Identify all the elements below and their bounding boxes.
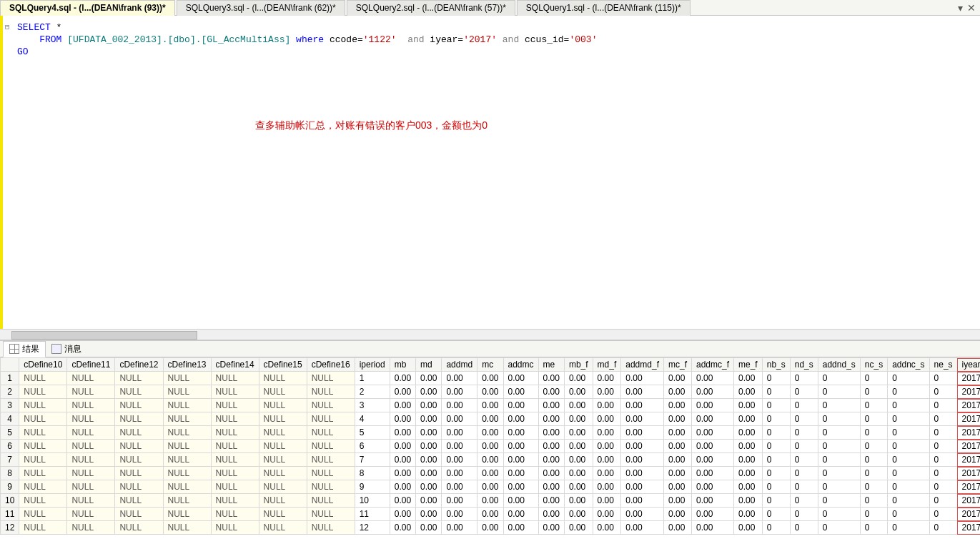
cell[interactable]: 0.00 [663,372,691,385]
cell[interactable]: 0.00 [663,426,691,440]
cell[interactable]: 0 [860,426,887,440]
cell[interactable]: 0 [818,440,860,453]
cell[interactable]: 0.00 [477,412,503,426]
cell[interactable]: 0.00 [390,426,415,440]
cell[interactable]: 0.00 [442,385,477,399]
cell[interactable]: 0.00 [621,440,664,453]
cell[interactable]: NULL [115,426,163,440]
cell[interactable]: 0 [860,508,887,521]
cell[interactable]: NULL [115,385,163,399]
cell[interactable]: 0.00 [593,385,621,399]
table-row[interactable]: 1NULLNULLNULLNULLNULLNULLNULL10.000.000.… [1,372,981,385]
cell[interactable]: NULL [115,480,163,494]
cell[interactable]: NULL [307,521,355,535]
column-header[interactable]: addnd_s [818,358,860,372]
cell[interactable]: 0 [762,480,790,494]
cell[interactable]: 0.00 [734,399,763,412]
cell[interactable]: 8 [355,467,390,480]
row-number[interactable]: 1 [1,372,19,385]
cell[interactable]: 0.00 [663,453,691,467]
cell[interactable]: NULL [115,467,163,480]
cell[interactable]: NULL [115,372,163,385]
cell[interactable]: 2017 [957,399,980,412]
cell[interactable]: 0.00 [663,521,691,535]
cell[interactable]: 0.00 [734,385,763,399]
cell[interactable]: NULL [211,467,259,480]
cell[interactable]: 0 [888,426,929,440]
cell[interactable]: 0.00 [621,412,664,426]
tab-results[interactable]: 结果 [3,341,46,357]
row-number[interactable]: 10 [1,494,19,508]
column-header[interactable]: ne_s [929,358,957,372]
cell[interactable]: 0.00 [503,480,538,494]
cell[interactable]: 7 [355,453,390,467]
cell[interactable]: NULL [163,467,211,480]
cell[interactable]: 0 [818,399,860,412]
cell[interactable]: NULL [259,521,307,535]
cell[interactable]: 0 [790,467,818,480]
cell[interactable]: 0 [860,467,887,480]
cell[interactable]: NULL [259,467,307,480]
cell[interactable]: 0.00 [442,372,477,385]
cell[interactable]: 2017 [957,440,980,453]
cell[interactable]: 0.00 [390,494,415,508]
cell[interactable]: 3 [355,399,390,412]
cell[interactable]: 0 [818,521,860,535]
cell[interactable]: 0.00 [416,385,442,399]
cell[interactable]: NULL [67,385,115,399]
cell[interactable]: 0 [888,412,929,426]
cell[interactable]: 0 [888,372,929,385]
cell[interactable]: NULL [67,372,115,385]
cell[interactable]: 0.00 [691,440,733,453]
cell[interactable]: 0.00 [442,494,477,508]
cell[interactable]: 0.00 [416,467,442,480]
cell[interactable]: NULL [115,440,163,453]
cell[interactable]: NULL [67,508,115,521]
cell[interactable]: 0.00 [691,508,733,521]
cell[interactable]: 0 [790,480,818,494]
cell[interactable]: 0 [790,426,818,440]
cell[interactable]: NULL [211,440,259,453]
document-tab[interactable]: SQLQuery1.sql - (l...(DEAN\frank (115))* [517,0,691,16]
cell[interactable]: NULL [19,480,67,494]
cell[interactable]: 0.00 [477,440,503,453]
cell[interactable]: 0.00 [663,399,691,412]
cell[interactable]: NULL [307,372,355,385]
cell[interactable]: 0.00 [477,508,503,521]
cell[interactable]: 0 [762,508,790,521]
cell[interactable]: 0 [888,399,929,412]
cell[interactable]: 0.00 [503,521,538,535]
table-row[interactable]: 8NULLNULLNULLNULLNULLNULLNULL80.000.000.… [1,467,981,480]
cell[interactable]: 0 [888,467,929,480]
cell[interactable]: 0.00 [621,385,664,399]
column-header[interactable]: iyear [957,358,980,372]
column-header[interactable]: nc_s [860,358,887,372]
cell[interactable]: NULL [211,412,259,426]
cell[interactable]: 0.00 [734,480,763,494]
cell[interactable]: 1 [355,372,390,385]
cell[interactable]: 0.00 [564,453,593,467]
cell[interactable]: NULL [307,494,355,508]
row-number[interactable]: 11 [1,508,19,521]
cell[interactable]: NULL [67,399,115,412]
cell[interactable]: NULL [259,385,307,399]
cell[interactable]: 0.00 [416,399,442,412]
column-header[interactable]: cDefine12 [115,358,163,372]
cell[interactable]: 0 [860,399,887,412]
cell[interactable]: 2017 [957,412,980,426]
cell[interactable]: 0.00 [621,508,664,521]
column-header[interactable]: cDefine11 [67,358,115,372]
row-number[interactable]: 8 [1,467,19,480]
cell[interactable]: 0 [790,399,818,412]
cell[interactable]: NULL [163,480,211,494]
cell[interactable]: NULL [211,453,259,467]
cell[interactable]: NULL [307,508,355,521]
cell[interactable]: 0.00 [390,508,415,521]
cell[interactable]: 0 [929,494,957,508]
cell[interactable]: NULL [163,494,211,508]
cell[interactable]: 0 [929,372,957,385]
cell[interactable]: 0.00 [663,440,691,453]
cell[interactable]: 0 [860,440,887,453]
cell[interactable]: 0 [929,385,957,399]
cell[interactable]: NULL [211,372,259,385]
